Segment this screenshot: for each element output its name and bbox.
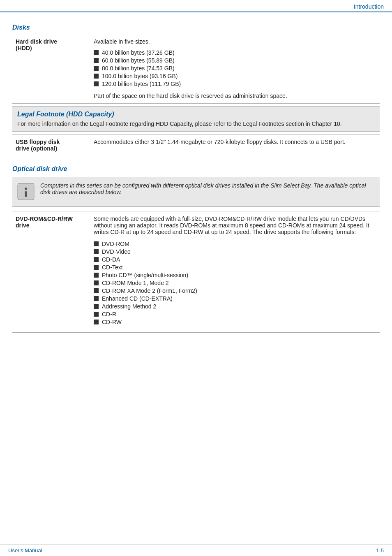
list-item: Addressing Method 2 [94, 303, 376, 310]
bullet-icon [94, 66, 99, 71]
footer-left: User's Manual [8, 547, 42, 554]
bullet-icon [94, 288, 99, 293]
bullet-icon [94, 280, 99, 285]
list-item: 60.0 billion bytes (55.89 GB) [94, 57, 376, 64]
list-item: CD-DA [94, 256, 376, 263]
list-item: DVD-ROM [94, 241, 376, 247]
bullet-icon [94, 257, 99, 262]
bullet-icon [94, 58, 99, 63]
legal-footnote-heading: Legal Footnote (HDD Capacity) [17, 111, 375, 118]
footer-bar: User's Manual 1-5 [0, 544, 392, 556]
footer-right: 1-5 [376, 547, 384, 554]
bullet-icon [94, 241, 99, 246]
list-item: DVD-Video [94, 248, 376, 255]
dvd-rw-formats-list: DVD-ROM DVD-Video CD-DA CD-Text Photo CD… [94, 238, 376, 328]
bullet-icon [94, 296, 99, 301]
info-icon [17, 182, 35, 202]
list-item: 100.0 billion bytes (93.16 GB) [94, 73, 376, 79]
list-item: CD-Text [94, 264, 376, 271]
bullet-icon [94, 265, 99, 270]
bullet-icon [94, 249, 99, 254]
bullet-icon [94, 50, 99, 55]
list-item: Enhanced CD (CD-EXTRA) [94, 295, 376, 302]
usb-floppy-table: USB floppy disk drive (optional) Accommo… [12, 134, 380, 156]
svg-rect-2 [25, 191, 27, 197]
hdd-note: Part of the space on the hard disk drive… [94, 93, 376, 99]
list-item: Photo CD™ (single/multi-session) [94, 272, 376, 278]
list-item: CD-ROM Mode 1, Mode 2 [94, 280, 376, 286]
dvd-rw-desc: Some models are equipped with a full-siz… [90, 211, 380, 333]
usb-floppy-desc: Accommodates either 3 1/2" 1.44-megabyte… [90, 134, 380, 156]
list-item: 80.0 billion bytes (74.53 GB) [94, 65, 376, 72]
list-item: 40.0 billion bytes (37.26 GB) [94, 49, 376, 56]
list-item: 120.0 billion bytes (111.79 GB) [94, 81, 376, 87]
dvd-rw-row: DVD-ROM&CD-R/RW drive Some models are eq… [12, 211, 380, 333]
hdd-row: Hard disk drive (HDD) Available in five … [12, 34, 380, 104]
main-content: Disks Hard disk drive (HDD) Available in… [0, 12, 392, 349]
page: Introduction Disks Hard disk drive (HDD)… [0, 0, 392, 556]
dvd-rw-table: DVD-ROM&CD-R/RW drive Some models are eq… [12, 211, 380, 333]
bullet-icon [94, 81, 99, 86]
dvd-rw-intro: Some models are equipped with a full-siz… [94, 215, 376, 235]
header-title: Introduction [354, 3, 384, 10]
bullet-icon [94, 320, 99, 324]
usb-floppy-label: USB floppy disk drive (optional) [12, 134, 90, 156]
hdd-intro: Available in five sizes. [94, 38, 376, 45]
list-item: CD-ROM XA Mode 2 (Form1, Form2) [94, 287, 376, 294]
hdd-sizes-list: 40.0 billion bytes (37.26 GB) 60.0 billi… [94, 46, 376, 90]
optical-note-text: Computers in this series can be configur… [40, 182, 375, 195]
legal-footnote-box: Legal Footnote (HDD Capacity) For more i… [12, 106, 380, 132]
list-item: CD-RW [94, 319, 376, 325]
bullet-icon [94, 74, 99, 79]
svg-point-1 [25, 188, 27, 190]
hdd-table: Hard disk drive (HDD) Available in five … [12, 34, 380, 104]
usb-floppy-row: USB floppy disk drive (optional) Accommo… [12, 134, 380, 156]
info-note-box: Computers in this series can be configur… [12, 177, 380, 207]
optical-heading: Optical disk drive [12, 165, 380, 173]
header-bar: Introduction [0, 0, 392, 12]
list-item: CD-R [94, 311, 376, 317]
legal-footnote-text: For more information on the Legal Footno… [17, 120, 375, 127]
bullet-icon [94, 273, 99, 278]
hdd-desc: Available in five sizes. 40.0 billion by… [90, 34, 380, 104]
hdd-label: Hard disk drive (HDD) [12, 34, 90, 104]
bullet-icon [94, 312, 99, 317]
disks-heading: Disks [12, 24, 380, 31]
dvd-rw-label: DVD-ROM&CD-R/RW drive [12, 211, 90, 333]
bullet-icon [94, 304, 99, 309]
